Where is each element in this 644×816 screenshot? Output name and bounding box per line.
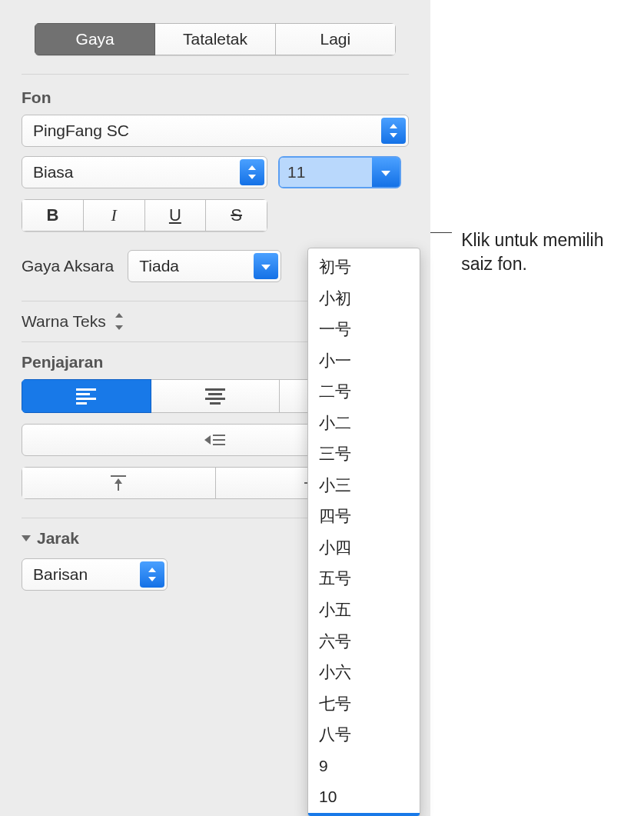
font-family-popup[interactable]: PingFang SC xyxy=(22,115,409,147)
font-size-option[interactable]: 11 xyxy=(308,813,420,816)
italic-button[interactable]: I xyxy=(84,199,145,231)
chevron-updown-icon xyxy=(140,561,164,588)
line-spacing-value: Barisan xyxy=(33,565,88,584)
svg-rect-3 xyxy=(213,444,225,445)
font-size-option[interactable]: 二号 xyxy=(308,376,420,408)
tab-layout[interactable]: Tataletak xyxy=(155,23,275,55)
font-size-option[interactable]: 八号 xyxy=(308,719,420,751)
character-style-label: Gaya Aksara xyxy=(22,257,114,275)
character-style-value: Tiada xyxy=(139,257,179,275)
line-spacing-popup[interactable]: Barisan xyxy=(22,558,168,591)
italic-glyph: I xyxy=(111,205,116,225)
align-center-icon xyxy=(205,388,225,405)
callout-text: Klik untuk memilih saiz fon. xyxy=(452,228,638,276)
font-size-option[interactable]: 小五 xyxy=(308,595,420,626)
triangle-down-icon xyxy=(22,535,31,541)
font-size-option[interactable]: 小初 xyxy=(308,283,420,315)
font-section-label: Fon xyxy=(22,88,409,107)
align-left-icon xyxy=(76,388,96,405)
character-style-popup[interactable]: Tiada xyxy=(128,250,281,282)
divider xyxy=(22,74,409,75)
align-left-button[interactable] xyxy=(22,379,151,413)
font-size-option[interactable]: 六号 xyxy=(308,626,420,658)
valign-top-icon xyxy=(109,474,128,492)
svg-rect-2 xyxy=(213,439,225,441)
tab-style[interactable]: Gaya xyxy=(35,23,155,55)
font-size-option[interactable]: 小四 xyxy=(308,532,420,564)
align-center-button[interactable] xyxy=(151,379,281,413)
font-size-option[interactable]: 小三 xyxy=(308,470,420,501)
font-size-option[interactable]: 小二 xyxy=(308,408,420,439)
bold-button[interactable]: B xyxy=(22,199,84,231)
chevron-updown-icon xyxy=(381,118,406,144)
svg-marker-0 xyxy=(204,435,211,445)
chevron-down-icon xyxy=(372,158,400,187)
chevron-updown-icon[interactable] xyxy=(112,313,126,330)
inspector-tabs: Gaya Tataletak Lagi xyxy=(35,23,396,55)
callout-leader-line xyxy=(430,232,452,233)
font-size-option[interactable]: 10 xyxy=(308,781,420,813)
underline-button[interactable]: U xyxy=(145,199,207,231)
tab-more[interactable]: Lagi xyxy=(276,23,396,55)
font-size-option[interactable]: 小六 xyxy=(308,657,420,688)
font-size-dropdown[interactable]: 初号小初一号小一二号小二三号小三四号小四五号小五六号小六七号八号91011121… xyxy=(307,248,420,816)
spacing-section-label: Jarak xyxy=(37,529,79,548)
valign-top-button[interactable] xyxy=(22,467,216,499)
font-size-option[interactable]: 小一 xyxy=(308,345,420,377)
chevron-down-icon xyxy=(254,253,278,279)
font-weight-value: Biasa xyxy=(33,163,74,182)
underline-glyph: U xyxy=(169,205,181,225)
bold-glyph: B xyxy=(46,205,58,225)
strikethrough-button[interactable]: S xyxy=(206,199,267,231)
font-family-value: PingFang SC xyxy=(33,122,129,140)
svg-rect-1 xyxy=(213,435,225,436)
text-color-label[interactable]: Warna Teks xyxy=(22,312,106,331)
strike-glyph: S xyxy=(231,205,242,225)
chevron-updown-icon xyxy=(240,159,264,185)
font-weight-popup[interactable]: Biasa xyxy=(22,156,267,188)
font-size-option[interactable]: 四号 xyxy=(308,501,420,532)
help-callout: Klik untuk memilih saiz fon. xyxy=(430,228,638,276)
font-size-option[interactable]: 9 xyxy=(308,751,420,782)
font-size-option[interactable]: 五号 xyxy=(308,563,420,595)
font-size-option[interactable]: 三号 xyxy=(308,438,420,470)
outdent-icon xyxy=(204,432,226,448)
text-style-group: B I U S xyxy=(22,199,267,231)
font-size-option[interactable]: 一号 xyxy=(308,314,420,345)
font-size-value[interactable]: 11 xyxy=(280,158,372,187)
font-size-option[interactable]: 初号 xyxy=(308,251,420,283)
font-size-combo[interactable]: 11 xyxy=(278,156,401,188)
font-size-option[interactable]: 七号 xyxy=(308,688,420,720)
